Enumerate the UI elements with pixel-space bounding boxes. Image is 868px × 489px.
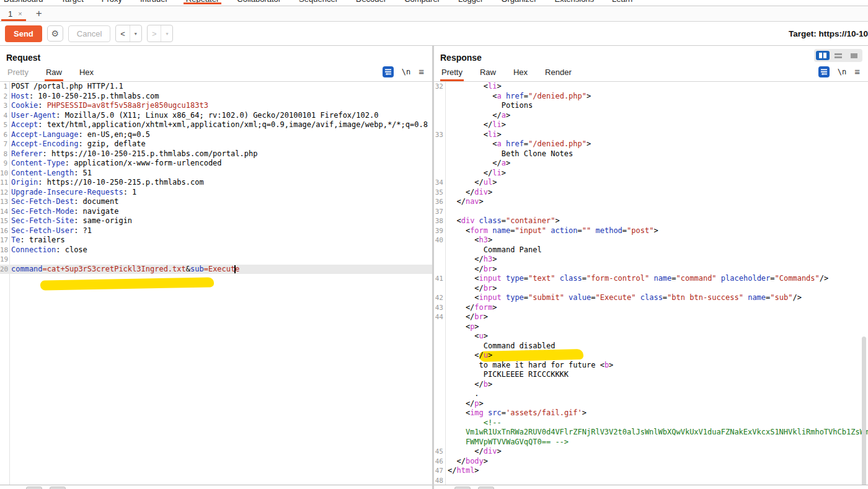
code-line[interactable]: 12Upgrade-Insecure-Requests: 1 xyxy=(0,188,432,198)
code-line[interactable]: 1POST /portal.php HTTP/1.1 xyxy=(0,82,432,92)
menu-item-intruder[interactable]: Intruder xyxy=(140,0,168,3)
line-number: 40 xyxy=(434,236,445,245)
code-line[interactable]: 18Connection: close xyxy=(0,245,432,255)
code-line: PICKLEEEE RICCCKKKK xyxy=(434,370,868,380)
layout-rows-button[interactable] xyxy=(831,51,845,60)
response-editor-icons: \n ≡ xyxy=(818,66,868,81)
repeater-tab-1[interactable]: 1 × xyxy=(0,6,29,21)
menu-item-target[interactable]: Target xyxy=(61,0,84,3)
line-number xyxy=(434,284,445,294)
line-number: 7 xyxy=(0,139,9,149)
search-option-icon[interactable] xyxy=(478,487,494,489)
add-tab-button[interactable]: + xyxy=(29,6,50,21)
code-line: </a> xyxy=(434,111,868,121)
vertical-scrollbar[interactable] xyxy=(862,337,866,485)
menu-item-extensions[interactable]: Extensions xyxy=(555,0,595,3)
editor-menu-icon[interactable]: ≡ xyxy=(418,69,424,75)
line-number xyxy=(434,120,445,130)
code-line[interactable]: 13Sec-Fetch-Dest: document xyxy=(0,197,432,207)
menu-item-comparer[interactable]: Comparer xyxy=(404,0,440,3)
wrap-lines-icon[interactable] xyxy=(383,66,394,77)
forward-dropdown-icon[interactable]: ▾ xyxy=(161,25,172,42)
layout-columns-button[interactable] xyxy=(816,51,830,60)
response-search-bar[interactable] xyxy=(434,485,868,489)
code-line[interactable]: 8Referer: https://10-10-250-215.p.thmlab… xyxy=(0,149,432,159)
code-line: 42 <input type="submit" value="Execute" … xyxy=(434,293,868,303)
line-number: 6 xyxy=(0,130,9,140)
code-line: 47</html> xyxy=(434,466,868,476)
code-line[interactable]: 15Sec-Fetch-Site: same-origin xyxy=(0,216,432,226)
menu-item-repeater[interactable]: Repeater xyxy=(186,0,219,3)
menu-item-logger[interactable]: Logger xyxy=(458,0,483,3)
back-dropdown-icon[interactable]: ▾ xyxy=(130,25,141,42)
code-line[interactable]: 19 xyxy=(0,255,432,265)
menu-item-organizer[interactable]: Organizer xyxy=(501,0,536,3)
code-line[interactable]: 6Accept-Language: en-US,en;q=0.5 xyxy=(0,130,432,140)
newline-toggle-icon[interactable]: \n xyxy=(402,68,410,76)
line-number: 32 xyxy=(434,82,445,92)
code-line: 38 <div class="container"> xyxy=(434,216,868,226)
history-back-button[interactable]: < ▾ xyxy=(115,25,142,42)
tab-pretty[interactable]: Pretty xyxy=(6,68,30,81)
line-number: 8 xyxy=(0,149,9,159)
line-number: 10 xyxy=(0,169,9,178)
line-number: 38 xyxy=(434,216,445,226)
tab-pretty[interactable]: Pretty xyxy=(440,68,464,81)
forward-icon[interactable]: > xyxy=(148,25,161,42)
tab-raw[interactable]: Raw xyxy=(479,68,497,81)
line-number: 2 xyxy=(0,92,9,102)
newline-toggle-icon[interactable]: \n xyxy=(838,68,846,76)
code-line[interactable]: 7Accept-Encoding: gzip, deflate xyxy=(0,139,432,149)
code-line[interactable]: 17Te: trailers xyxy=(0,236,432,245)
code-line: </p> xyxy=(434,399,868,409)
back-icon[interactable]: < xyxy=(116,25,130,42)
rows-layout-icon xyxy=(835,53,842,58)
highlighter-mark-request xyxy=(40,277,214,290)
line-number: 19 xyxy=(0,255,9,265)
repeater-tab-label: 1 xyxy=(8,9,12,19)
tab-hex[interactable]: Hex xyxy=(512,68,529,81)
menu-item-sequencer[interactable]: Sequencer xyxy=(299,0,338,3)
line-number: 37 xyxy=(434,207,445,217)
gear-icon[interactable]: ⚙ xyxy=(47,25,63,42)
close-icon[interactable]: × xyxy=(18,10,22,17)
response-editor[interactable]: 32 <li> <a href="/denied.php"> Potions <… xyxy=(434,82,868,485)
code-line[interactable]: 10Content-Length: 51 xyxy=(0,169,432,178)
code-line[interactable]: 2Host: 10-10-250-215.p.thmlabs.com xyxy=(0,92,432,102)
menu-item-decoder[interactable]: Decoder xyxy=(356,0,386,3)
code-line[interactable]: 4User-Agent: Mozilla/5.0 (X11; Linux x86… xyxy=(0,111,432,121)
wrap-lines-icon[interactable] xyxy=(818,66,830,77)
code-line: 45 </div> xyxy=(434,447,868,457)
search-icon[interactable] xyxy=(26,487,42,489)
tab-hex[interactable]: Hex xyxy=(78,68,95,81)
menu-item-proxy[interactable]: Proxy xyxy=(102,0,122,3)
search-option-icon[interactable] xyxy=(50,487,66,489)
history-forward-button[interactable]: > ▾ xyxy=(147,25,174,42)
line-number xyxy=(434,159,445,169)
code-line[interactable]: 14Sec-Fetch-Mode: navigate xyxy=(0,207,432,217)
line-number xyxy=(434,169,445,178)
tab-raw[interactable]: Raw xyxy=(45,68,63,81)
search-icon[interactable] xyxy=(454,487,471,489)
code-line[interactable]: 9Content-Type: application/x-www-form-ur… xyxy=(0,159,432,169)
menu-item-collaborator[interactable]: Collaborator xyxy=(237,0,281,3)
request-editor[interactable]: 1POST /portal.php HTTP/1.12Host: 10-10-2… xyxy=(0,82,432,485)
menu-item-learn[interactable]: Learn xyxy=(612,0,632,3)
code-line: </a> xyxy=(434,159,868,169)
request-search-bar[interactable] xyxy=(0,485,432,489)
code-line[interactable]: 11Origin: https://10-10-250-215.p.thmlab… xyxy=(0,178,432,188)
cancel-button[interactable]: Cancel xyxy=(68,25,110,42)
request-subtabs: PrettyRawHex xyxy=(6,68,110,81)
editor-menu-icon[interactable]: ≡ xyxy=(854,69,860,75)
send-button[interactable]: Send xyxy=(5,25,42,42)
code-line[interactable]: 20command=cat+Sup3rS3cretPickl3Ingred.tx… xyxy=(0,265,432,275)
layout-single-button[interactable] xyxy=(847,51,861,60)
code-line[interactable]: 5Accept: text/html,application/xhtml+xml… xyxy=(0,120,432,130)
tab-render[interactable]: Render xyxy=(544,68,573,81)
code-line[interactable]: 16Sec-Fetch-User: ?1 xyxy=(0,226,432,236)
line-number xyxy=(434,139,445,149)
menu-item-dashboard[interactable]: Dashboard xyxy=(4,0,43,3)
code-line: 40 <h3> xyxy=(434,236,868,245)
code-line[interactable]: 3Cookie: PHPSESSID=av8tf5v58a8rje850ugcu… xyxy=(0,101,432,111)
code-line: 33 <li> xyxy=(434,130,868,140)
